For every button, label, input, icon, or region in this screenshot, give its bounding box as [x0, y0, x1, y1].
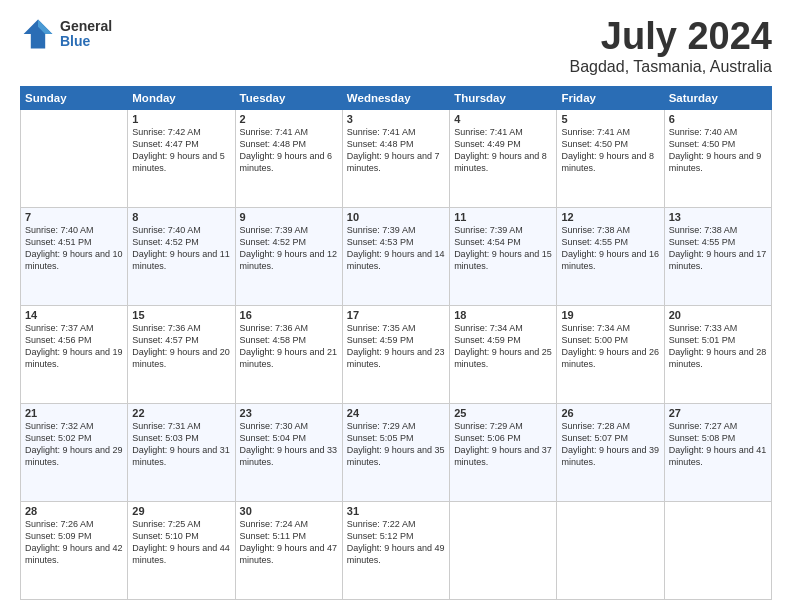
- calendar-page: General Blue July 2024 Bagdad, Tasmania,…: [0, 0, 792, 612]
- cell-info: Sunrise: 7:35 AMSunset: 4:59 PMDaylight:…: [347, 322, 445, 371]
- calendar-cell: [664, 501, 771, 599]
- calendar-cell: [21, 109, 128, 207]
- cell-info: Sunrise: 7:36 AMSunset: 4:57 PMDaylight:…: [132, 322, 230, 371]
- cell-info: Sunrise: 7:30 AMSunset: 5:04 PMDaylight:…: [240, 420, 338, 469]
- calendar-cell: 5Sunrise: 7:41 AMSunset: 4:50 PMDaylight…: [557, 109, 664, 207]
- calendar-cell: 8Sunrise: 7:40 AMSunset: 4:52 PMDaylight…: [128, 207, 235, 305]
- calendar-cell: 12Sunrise: 7:38 AMSunset: 4:55 PMDayligh…: [557, 207, 664, 305]
- day-number: 29: [132, 505, 230, 517]
- weekday-header: Saturday: [664, 86, 771, 109]
- cell-info: Sunrise: 7:41 AMSunset: 4:49 PMDaylight:…: [454, 126, 552, 175]
- cell-info: Sunrise: 7:40 AMSunset: 4:52 PMDaylight:…: [132, 224, 230, 273]
- day-number: 6: [669, 113, 767, 125]
- day-number: 16: [240, 309, 338, 321]
- cell-info: Sunrise: 7:39 AMSunset: 4:53 PMDaylight:…: [347, 224, 445, 273]
- day-number: 26: [561, 407, 659, 419]
- day-number: 7: [25, 211, 123, 223]
- calendar-cell: 28Sunrise: 7:26 AMSunset: 5:09 PMDayligh…: [21, 501, 128, 599]
- day-number: 23: [240, 407, 338, 419]
- cell-info: Sunrise: 7:41 AMSunset: 4:50 PMDaylight:…: [561, 126, 659, 175]
- calendar-cell: [450, 501, 557, 599]
- logo-blue-text: Blue: [60, 34, 112, 49]
- cell-info: Sunrise: 7:34 AMSunset: 4:59 PMDaylight:…: [454, 322, 552, 371]
- weekday-header: Thursday: [450, 86, 557, 109]
- cell-info: Sunrise: 7:32 AMSunset: 5:02 PMDaylight:…: [25, 420, 123, 469]
- cell-info: Sunrise: 7:41 AMSunset: 4:48 PMDaylight:…: [347, 126, 445, 175]
- calendar-cell: 29Sunrise: 7:25 AMSunset: 5:10 PMDayligh…: [128, 501, 235, 599]
- calendar-cell: 20Sunrise: 7:33 AMSunset: 5:01 PMDayligh…: [664, 305, 771, 403]
- cell-info: Sunrise: 7:33 AMSunset: 5:01 PMDaylight:…: [669, 322, 767, 371]
- calendar-cell: 31Sunrise: 7:22 AMSunset: 5:12 PMDayligh…: [342, 501, 449, 599]
- calendar-table: SundayMondayTuesdayWednesdayThursdayFrid…: [20, 86, 772, 600]
- logo: General Blue: [20, 16, 112, 52]
- day-number: 5: [561, 113, 659, 125]
- day-number: 12: [561, 211, 659, 223]
- day-number: 30: [240, 505, 338, 517]
- weekday-header: Wednesday: [342, 86, 449, 109]
- cell-info: Sunrise: 7:42 AMSunset: 4:47 PMDaylight:…: [132, 126, 230, 175]
- calendar-cell: 9Sunrise: 7:39 AMSunset: 4:52 PMDaylight…: [235, 207, 342, 305]
- weekday-header: Tuesday: [235, 86, 342, 109]
- cell-info: Sunrise: 7:39 AMSunset: 4:52 PMDaylight:…: [240, 224, 338, 273]
- cell-info: Sunrise: 7:38 AMSunset: 4:55 PMDaylight:…: [561, 224, 659, 273]
- calendar-cell: 4Sunrise: 7:41 AMSunset: 4:49 PMDaylight…: [450, 109, 557, 207]
- page-header: General Blue July 2024 Bagdad, Tasmania,…: [20, 16, 772, 76]
- calendar-cell: 22Sunrise: 7:31 AMSunset: 5:03 PMDayligh…: [128, 403, 235, 501]
- cell-info: Sunrise: 7:25 AMSunset: 5:10 PMDaylight:…: [132, 518, 230, 567]
- cell-info: Sunrise: 7:22 AMSunset: 5:12 PMDaylight:…: [347, 518, 445, 567]
- day-number: 1: [132, 113, 230, 125]
- calendar-cell: 17Sunrise: 7:35 AMSunset: 4:59 PMDayligh…: [342, 305, 449, 403]
- month-title: July 2024: [570, 16, 773, 58]
- title-block: July 2024 Bagdad, Tasmania, Australia: [570, 16, 773, 76]
- day-number: 28: [25, 505, 123, 517]
- cell-info: Sunrise: 7:38 AMSunset: 4:55 PMDaylight:…: [669, 224, 767, 273]
- logo-general-text: General: [60, 19, 112, 34]
- calendar-cell: 1Sunrise: 7:42 AMSunset: 4:47 PMDaylight…: [128, 109, 235, 207]
- cell-info: Sunrise: 7:26 AMSunset: 5:09 PMDaylight:…: [25, 518, 123, 567]
- location-title: Bagdad, Tasmania, Australia: [570, 58, 773, 76]
- cell-info: Sunrise: 7:29 AMSunset: 5:06 PMDaylight:…: [454, 420, 552, 469]
- calendar-cell: 13Sunrise: 7:38 AMSunset: 4:55 PMDayligh…: [664, 207, 771, 305]
- day-number: 13: [669, 211, 767, 223]
- day-number: 27: [669, 407, 767, 419]
- day-number: 17: [347, 309, 445, 321]
- calendar-week-row: 1Sunrise: 7:42 AMSunset: 4:47 PMDaylight…: [21, 109, 772, 207]
- calendar-cell: 21Sunrise: 7:32 AMSunset: 5:02 PMDayligh…: [21, 403, 128, 501]
- calendar-cell: 3Sunrise: 7:41 AMSunset: 4:48 PMDaylight…: [342, 109, 449, 207]
- cell-info: Sunrise: 7:24 AMSunset: 5:11 PMDaylight:…: [240, 518, 338, 567]
- calendar-week-row: 14Sunrise: 7:37 AMSunset: 4:56 PMDayligh…: [21, 305, 772, 403]
- weekday-header: Monday: [128, 86, 235, 109]
- calendar-cell: 23Sunrise: 7:30 AMSunset: 5:04 PMDayligh…: [235, 403, 342, 501]
- calendar-cell: 15Sunrise: 7:36 AMSunset: 4:57 PMDayligh…: [128, 305, 235, 403]
- day-number: 31: [347, 505, 445, 517]
- day-number: 8: [132, 211, 230, 223]
- calendar-cell: 2Sunrise: 7:41 AMSunset: 4:48 PMDaylight…: [235, 109, 342, 207]
- day-number: 14: [25, 309, 123, 321]
- calendar-cell: 14Sunrise: 7:37 AMSunset: 4:56 PMDayligh…: [21, 305, 128, 403]
- calendar-header-row: SundayMondayTuesdayWednesdayThursdayFrid…: [21, 86, 772, 109]
- day-number: 10: [347, 211, 445, 223]
- weekday-header: Sunday: [21, 86, 128, 109]
- day-number: 15: [132, 309, 230, 321]
- calendar-cell: 6Sunrise: 7:40 AMSunset: 4:50 PMDaylight…: [664, 109, 771, 207]
- calendar-week-row: 7Sunrise: 7:40 AMSunset: 4:51 PMDaylight…: [21, 207, 772, 305]
- day-number: 11: [454, 211, 552, 223]
- day-number: 18: [454, 309, 552, 321]
- calendar-cell: 27Sunrise: 7:27 AMSunset: 5:08 PMDayligh…: [664, 403, 771, 501]
- logo-icon: [20, 16, 56, 52]
- cell-info: Sunrise: 7:27 AMSunset: 5:08 PMDaylight:…: [669, 420, 767, 469]
- calendar-cell: 19Sunrise: 7:34 AMSunset: 5:00 PMDayligh…: [557, 305, 664, 403]
- cell-info: Sunrise: 7:34 AMSunset: 5:00 PMDaylight:…: [561, 322, 659, 371]
- calendar-cell: 30Sunrise: 7:24 AMSunset: 5:11 PMDayligh…: [235, 501, 342, 599]
- calendar-cell: 16Sunrise: 7:36 AMSunset: 4:58 PMDayligh…: [235, 305, 342, 403]
- calendar-cell: 24Sunrise: 7:29 AMSunset: 5:05 PMDayligh…: [342, 403, 449, 501]
- calendar-cell: 10Sunrise: 7:39 AMSunset: 4:53 PMDayligh…: [342, 207, 449, 305]
- cell-info: Sunrise: 7:31 AMSunset: 5:03 PMDaylight:…: [132, 420, 230, 469]
- cell-info: Sunrise: 7:41 AMSunset: 4:48 PMDaylight:…: [240, 126, 338, 175]
- weekday-header: Friday: [557, 86, 664, 109]
- calendar-week-row: 28Sunrise: 7:26 AMSunset: 5:09 PMDayligh…: [21, 501, 772, 599]
- calendar-week-row: 21Sunrise: 7:32 AMSunset: 5:02 PMDayligh…: [21, 403, 772, 501]
- day-number: 2: [240, 113, 338, 125]
- day-number: 25: [454, 407, 552, 419]
- day-number: 3: [347, 113, 445, 125]
